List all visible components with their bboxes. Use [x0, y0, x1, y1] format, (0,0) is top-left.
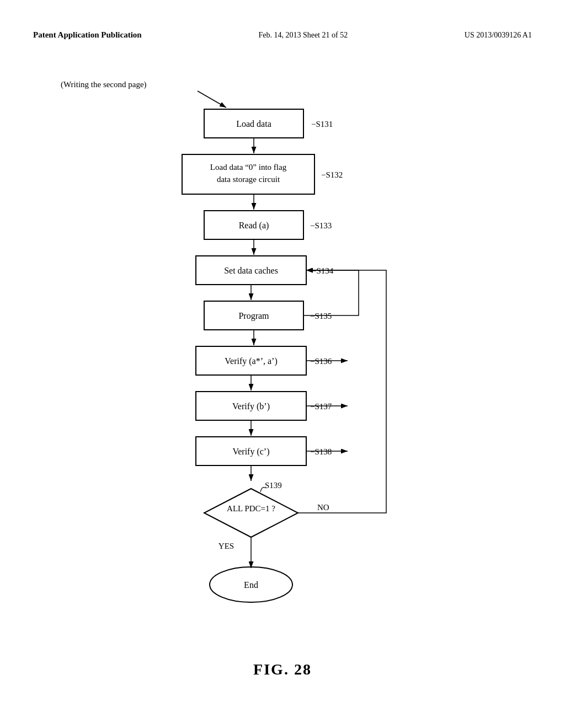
svg-text:Load  data: Load data — [236, 119, 271, 129]
svg-text:NO: NO — [317, 503, 329, 512]
publication-label: Patent Application Publication — [33, 30, 142, 40]
svg-text:−S138: −S138 — [310, 447, 332, 456]
svg-text:Verify (c’): Verify (c’) — [232, 447, 269, 457]
svg-text:Load data “0” into flag: Load data “0” into flag — [210, 163, 287, 172]
svg-text:S139: S139 — [265, 481, 282, 490]
svg-text:Read (a): Read (a) — [239, 221, 269, 231]
page-header: Patent Application Publication Feb. 14, … — [33, 30, 532, 40]
svg-text:End: End — [244, 580, 258, 590]
svg-text:−S137: −S137 — [310, 402, 332, 411]
svg-text:Verify (b’): Verify (b’) — [232, 402, 270, 411]
svg-rect-7 — [182, 154, 315, 194]
svg-text:−S131: −S131 — [311, 120, 333, 129]
patent-number-label: US 2013/0039126 A1 — [465, 31, 532, 40]
svg-text:YES: YES — [218, 542, 234, 550]
figure-caption: FIG. 28 — [253, 661, 312, 678]
svg-text:Set  data  caches: Set data caches — [224, 266, 278, 275]
svg-line-2 — [198, 91, 226, 108]
svg-text:−S135: −S135 — [310, 312, 332, 320]
svg-text:Verify (a*’, a’): Verify (a*’, a’) — [225, 356, 278, 366]
svg-text:−S134: −S134 — [312, 266, 334, 275]
svg-text:ALL PDC=1 ?: ALL PDC=1 ? — [227, 504, 275, 513]
svg-text:Program: Program — [238, 311, 269, 321]
svg-text:−S133: −S133 — [310, 221, 332, 230]
svg-text:−S132: −S132 — [321, 170, 343, 179]
date-sheet-label: Feb. 14, 2013 Sheet 21 of 52 — [258, 31, 348, 40]
svg-marker-40 — [204, 489, 298, 537]
flowchart-diagram: Load data −S131 Load data “0” into flag … — [55, 72, 508, 651]
svg-text:−S136: −S136 — [310, 357, 332, 366]
svg-text:data storage circuit: data storage circuit — [217, 175, 280, 184]
